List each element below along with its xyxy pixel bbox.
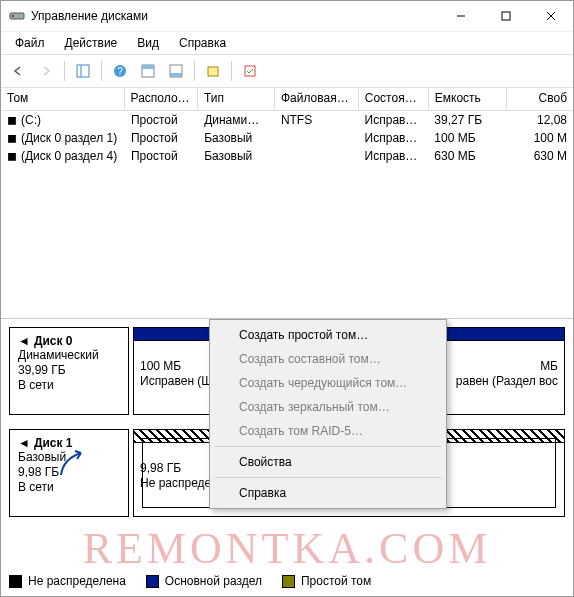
legend-swatch — [9, 575, 22, 588]
disk-size: 39,99 ГБ — [18, 363, 120, 378]
disk-icon: ◄ — [18, 436, 30, 450]
context-menu-separator — [215, 446, 441, 447]
toolbar: ? — [1, 54, 573, 88]
ctx-help[interactable]: Справка — [213, 481, 443, 505]
disk-graphical-view: ◄Диск 0 Динамический 39,99 ГБ В сети 100… — [1, 319, 573, 525]
ctx-create-simple-volume[interactable]: Создать простой том… — [213, 323, 443, 347]
column-free[interactable]: Своб — [507, 88, 573, 110]
partition-size: 100 МБ — [140, 359, 214, 374]
menu-action[interactable]: Действие — [57, 34, 126, 52]
svg-text:?: ? — [117, 66, 123, 77]
disk-icon: ◄ — [18, 334, 30, 348]
ctx-create-mirror-volume: Создать зеркальный том… — [213, 395, 443, 419]
column-type[interactable]: Тип — [198, 88, 275, 110]
show-hide-tree-button[interactable] — [70, 59, 96, 83]
volume-icon: ◼ — [7, 113, 21, 127]
ctx-create-striped-volume: Создать чередующийся том… — [213, 371, 443, 395]
disk-type: Динамический — [18, 348, 120, 363]
column-volume[interactable]: Том — [1, 88, 125, 110]
legend: Не распределена Основной раздел Простой … — [9, 574, 371, 588]
window-frame: Управление дисками Файл Действие Вид Спр… — [0, 0, 574, 597]
table-row[interactable]: ◼(Диск 0 раздел 1) Простой Базовый Испра… — [1, 129, 573, 147]
help-button[interactable]: ? — [107, 59, 133, 83]
svg-rect-6 — [77, 65, 89, 77]
refresh-button[interactable] — [237, 59, 263, 83]
toolbar-separator — [194, 61, 195, 81]
forward-button[interactable] — [33, 59, 59, 83]
disk-state: В сети — [18, 378, 120, 393]
cell-fs — [275, 155, 359, 157]
disk-header[interactable]: ◄Диск 0 Динамический 39,99 ГБ В сети — [9, 327, 129, 415]
legend-item: Основной раздел — [146, 574, 262, 588]
cell-volume: (Диск 0 раздел 4) — [21, 149, 117, 163]
svg-point-1 — [12, 15, 14, 17]
maximize-button[interactable] — [483, 2, 528, 31]
legend-label: Простой том — [301, 574, 371, 588]
properties-button[interactable] — [200, 59, 226, 83]
cell-fs: NTFS — [275, 112, 359, 128]
partition[interactable]: 100 МБ Исправен (Ш — [133, 327, 221, 415]
legend-item: Простой том — [282, 574, 371, 588]
menu-view[interactable]: Вид — [129, 34, 167, 52]
disk-state: В сети — [18, 480, 120, 495]
context-menu-separator — [215, 477, 441, 478]
menu-bar: Файл Действие Вид Справка — [1, 32, 573, 54]
svg-rect-3 — [502, 12, 510, 20]
cell-type: Динами… — [198, 112, 275, 128]
cell-free: 12,08 — [507, 112, 573, 128]
ctx-properties[interactable]: Свойства — [213, 450, 443, 474]
legend-swatch — [146, 575, 159, 588]
column-status[interactable]: Состояние — [359, 88, 429, 110]
minimize-button[interactable] — [438, 2, 483, 31]
cell-type: Базовый — [198, 130, 275, 146]
column-layout[interactable]: Располо… — [125, 88, 198, 110]
legend-label: Не распределена — [28, 574, 126, 588]
toolbar-separator — [231, 61, 232, 81]
ctx-create-raid5-volume: Создать том RAID-5… — [213, 419, 443, 443]
column-filesystem[interactable]: Файловая с… — [275, 88, 359, 110]
disk-name: Диск 0 — [34, 334, 73, 348]
cell-status: Исправен… — [359, 112, 429, 128]
title-bar: Управление дисками — [1, 1, 573, 32]
table-row[interactable]: ◼(C:) Простой Динами… NTFS Исправен… 39,… — [1, 111, 573, 129]
toolbar-separator — [101, 61, 102, 81]
table-body: ◼(C:) Простой Динами… NTFS Исправен… 39,… — [1, 111, 573, 165]
cell-status: Исправен… — [359, 130, 429, 146]
window-title: Управление дисками — [31, 9, 438, 23]
legend-item: Не распределена — [9, 574, 126, 588]
cell-capacity: 630 МБ — [428, 148, 506, 164]
ctx-create-spanned-volume: Создать составной том… — [213, 347, 443, 371]
back-button[interactable] — [5, 59, 31, 83]
cell-volume: (C:) — [21, 113, 41, 127]
toolbar-separator — [64, 61, 65, 81]
volume-list: Том Располо… Тип Файловая с… Состояние Е… — [1, 88, 573, 319]
svg-rect-11 — [142, 65, 154, 69]
close-button[interactable] — [528, 2, 573, 31]
svg-rect-13 — [170, 73, 182, 77]
table-row[interactable]: ◼(Диск 0 раздел 4) Простой Базовый Испра… — [1, 147, 573, 165]
table-header: Том Располо… Тип Файловая с… Состояние Е… — [1, 88, 573, 111]
view-top-button[interactable] — [135, 59, 161, 83]
menu-file[interactable]: Файл — [7, 34, 53, 52]
cell-layout: Простой — [125, 112, 198, 128]
cell-free: 630 М — [507, 148, 573, 164]
legend-label: Основной раздел — [165, 574, 262, 588]
menu-help[interactable]: Справка — [171, 34, 234, 52]
disk-header[interactable]: ◄Диск 1 Базовый 9,98 ГБ В сети — [9, 429, 129, 517]
cell-capacity: 39,27 ГБ — [428, 112, 506, 128]
cell-free: 100 М — [507, 130, 573, 146]
view-bottom-button[interactable] — [163, 59, 189, 83]
cell-volume: (Диск 0 раздел 1) — [21, 131, 117, 145]
svg-rect-15 — [245, 66, 255, 76]
cell-layout: Простой — [125, 148, 198, 164]
disk-type: Базовый — [18, 450, 120, 465]
column-capacity[interactable]: Емкость — [429, 88, 508, 110]
partition-color-bar — [134, 328, 220, 341]
volume-icon: ◼ — [7, 149, 21, 163]
svg-rect-14 — [208, 67, 218, 76]
cell-status: Исправен… — [359, 148, 429, 164]
cell-capacity: 100 МБ — [428, 130, 506, 146]
volume-icon: ◼ — [7, 131, 21, 145]
cell-layout: Простой — [125, 130, 198, 146]
cell-type: Базовый — [198, 148, 275, 164]
